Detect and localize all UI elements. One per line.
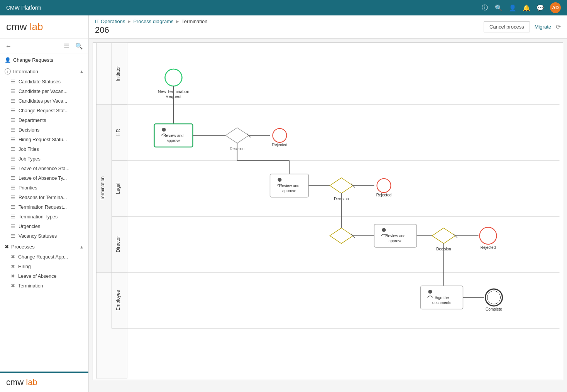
back-button[interactable]: ←: [4, 42, 13, 51]
legal-review-label1: Review and: [279, 184, 299, 188]
sidebar-item-label: Priorities: [19, 185, 37, 191]
change-requests-header[interactable]: 👤 Change Requests: [0, 54, 88, 65]
sidebar-item-label: Candidates per Vaca...: [19, 98, 67, 104]
sidebar-item-label: Vacancy Statuses: [19, 233, 57, 239]
sidebar-item-label: Job Titles: [19, 147, 39, 152]
sidebar-item-label: Hiring: [18, 264, 31, 269]
sidebar-item-information[interactable]: ☰Leave of Absence Sta...: [0, 164, 88, 173]
sidebar-item-information[interactable]: ☰Departments: [0, 115, 88, 125]
sidebar-item-label: Leave of Absence Ty...: [19, 176, 67, 181]
content-area: IT Operations ► Process diagrams ► Termi…: [89, 15, 567, 392]
sidebar-item-information[interactable]: ☰Hiring Request Statu...: [0, 135, 88, 144]
sidebar-item-information[interactable]: ☰Reasons for Termina...: [0, 193, 88, 202]
sidebar-item-label: Change Request App...: [18, 254, 68, 260]
legal-rejected-label: Rejected: [376, 193, 391, 197]
processes-section-header[interactable]: ✖ Processes ▲: [0, 241, 88, 252]
director-routing-diamond: [330, 228, 353, 243]
hr-review-label2: approve: [166, 139, 181, 143]
breadcrumb-sep-2: ►: [175, 19, 180, 24]
sign-docs-label2: documents: [432, 301, 451, 305]
hr-rejected-label: Rejected: [272, 143, 287, 147]
complete-label: Complete: [486, 307, 502, 311]
sidebar-item-information[interactable]: ☰Termination Types: [0, 212, 88, 221]
cancel-process-button[interactable]: Cancel process: [484, 21, 530, 32]
list-icon: ☰: [11, 233, 15, 239]
sidebar-item-label: Termination Request...: [19, 204, 67, 210]
legal-decision-diamond: [330, 178, 353, 193]
sidebar-item-label: Leave of Absence: [18, 274, 56, 279]
legal-rejected-circle: [377, 179, 391, 193]
sidebar-item-information[interactable]: ☰Leave of Absence Ty...: [0, 173, 88, 183]
sidebar-item-information[interactable]: ☰Job Types: [0, 154, 88, 164]
svg-point-21: [278, 178, 282, 182]
svg-point-14: [162, 128, 166, 132]
sidebar-item-label: Candidate Statuses: [19, 79, 61, 84]
svg-point-35: [428, 290, 432, 294]
sidebar-item-information[interactable]: ☰Termination Request...: [0, 202, 88, 212]
sidebar-item-process[interactable]: ✖Hiring: [0, 262, 88, 271]
sidebar-nav: 👤 Change Requests i Information ▲ ☰Candi…: [0, 54, 88, 372]
sidebar-item-process[interactable]: ✖Leave of Absence: [0, 271, 88, 281]
list-icon: ☰: [11, 223, 15, 229]
list-icon: ☰: [11, 185, 15, 191]
sidebar-item-label: Change Request Stat...: [19, 108, 69, 113]
director-review-label2: approve: [388, 239, 403, 243]
avatar[interactable]: AD: [550, 2, 561, 13]
footer-logo-cmw: cmw: [6, 377, 24, 387]
migrate-button[interactable]: Migrate: [535, 24, 551, 30]
information-chevron: ▲: [80, 69, 84, 74]
diagram-container[interactable]: Termination Initiator HR Legal Director …: [89, 39, 567, 392]
sidebar-item-information[interactable]: ☰Candidates per Vaca...: [0, 96, 88, 106]
list-icon: ☰: [11, 175, 15, 181]
processes-label: Processes: [11, 244, 35, 250]
header-actions: Cancel process Migrate ⟳: [484, 21, 561, 32]
process-icon: ✖: [11, 273, 15, 279]
logo-lab: lab: [30, 21, 43, 32]
bell-icon[interactable]: 🔔: [522, 3, 531, 12]
sidebar-item-label: Reasons for Termina...: [19, 195, 67, 200]
search-icon[interactable]: 🔍: [494, 3, 503, 12]
logo-cmw: cmw: [6, 21, 27, 32]
diagram-wrapper: Termination Initiator HR Legal Director …: [93, 42, 563, 380]
sidebar-item-information[interactable]: ☰Decisions: [0, 125, 88, 135]
sidebar-item-information[interactable]: ☰Change Request Stat...: [0, 106, 88, 115]
users-icon[interactable]: 👤: [508, 3, 517, 12]
topbar: CMW Platform ⓘ 🔍 👤 🔔 💬 AD: [0, 0, 567, 15]
information-section-header[interactable]: i Information ▲: [0, 65, 88, 77]
sidebar-item-label: Leave of Absence Sta...: [19, 166, 69, 171]
sidebar-item-information[interactable]: ☰Candidate Statuses: [0, 77, 88, 86]
sidebar-item-information[interactable]: ☰Candidate per Vacan...: [0, 86, 88, 96]
chat-icon[interactable]: 💬: [536, 3, 545, 12]
sidebar-item-label: Departments: [19, 118, 46, 123]
list-view-button[interactable]: ☰: [62, 42, 71, 51]
list-icon: ☰: [11, 108, 15, 113]
sidebar-item-process[interactable]: ✖Change Request App...: [0, 252, 88, 262]
sidebar-item-information[interactable]: ☰Job Titles: [0, 144, 88, 154]
list-icon: ☰: [11, 98, 15, 104]
history-button[interactable]: ⟳: [556, 23, 561, 30]
information-circle-icon: i: [5, 68, 11, 74]
help-icon[interactable]: ⓘ: [481, 3, 489, 12]
page-id: 206: [95, 25, 208, 35]
process-items-list: ✖Change Request App...✖Hiring✖Leave of A…: [0, 252, 88, 291]
list-icon: ☰: [11, 204, 15, 210]
svg-point-29: [382, 228, 386, 232]
director-lane-label: Director: [115, 236, 121, 252]
list-icon: ☰: [11, 127, 15, 133]
list-icon: ☰: [11, 166, 15, 171]
footer-logo-lab: lab: [26, 377, 37, 387]
breadcrumb-it-operations[interactable]: IT Operations: [95, 19, 125, 24]
sidebar-item-process[interactable]: ✖Termination: [0, 281, 88, 291]
change-requests-icon: 👤: [5, 57, 11, 63]
list-icon: ☰: [11, 137, 15, 142]
breadcrumb-termination: Termination: [181, 19, 207, 24]
information-items-list: ☰Candidate Statuses☰Candidate per Vacan.…: [0, 77, 88, 241]
sidebar-item-information[interactable]: ☰Urgencies: [0, 221, 88, 231]
search-button[interactable]: 🔍: [74, 42, 85, 51]
change-requests-label: Change Requests: [13, 57, 53, 63]
sidebar-item-label: Termination Types: [19, 214, 58, 220]
sidebar-item-information[interactable]: ☰Priorities: [0, 183, 88, 193]
director-rejected-circle: [480, 227, 497, 244]
breadcrumb-process-diagrams[interactable]: Process diagrams: [133, 19, 173, 24]
sidebar-item-information[interactable]: ☰Vacancy Statuses: [0, 231, 88, 241]
